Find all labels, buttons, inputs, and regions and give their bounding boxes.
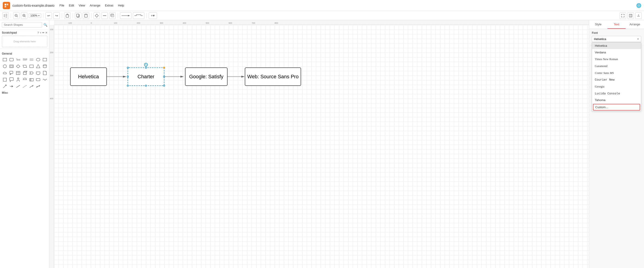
shape-half-circle[interactable] [22, 77, 28, 83]
font-option-courier[interactable]: Courier New [592, 76, 641, 83]
scratchpad-add-icon[interactable]: + [40, 31, 41, 34]
shape-inner-rect[interactable] [8, 63, 14, 69]
shape-person[interactable] [15, 77, 21, 83]
diagram-box-satisfy[interactable]: Google: Satisfy [185, 67, 228, 86]
tab-text[interactable]: Text [608, 20, 626, 29]
search-input[interactable] [2, 22, 42, 28]
shape-rect[interactable] [2, 57, 8, 63]
search-icon: 🔍 [44, 23, 47, 27]
handle-bl[interactable] [127, 85, 129, 87]
shape-doc[interactable] [42, 70, 48, 76]
font-dropdown-btn[interactable]: Helvetica ▼ [592, 36, 641, 42]
tab-arrange[interactable]: Arrange [626, 20, 644, 29]
shape-cylinder[interactable] [42, 63, 48, 69]
shape-ellipse[interactable] [35, 57, 41, 63]
handle-bc[interactable] [145, 85, 147, 87]
zoom-out-btn[interactable] [13, 13, 20, 19]
menu-file[interactable]: File [58, 3, 66, 8]
shape-cloud[interactable] [2, 70, 8, 76]
handle-rotate[interactable]: ↻ [144, 63, 148, 67]
handle-tc[interactable] [145, 67, 147, 69]
canvas-area[interactable]: -100 0 100 200 300 400 500 600 700 800 1… [50, 20, 589, 268]
shape-chevron[interactable] [28, 70, 34, 76]
scratchpad-help-icon[interactable]: ? [38, 31, 39, 34]
shape-heading[interactable]: Heading [22, 57, 28, 63]
scratchpad-section: Scratchpad ? + ✏ ✕ Drag elements here [0, 30, 49, 49]
menu-edit[interactable]: Edit [67, 3, 76, 8]
font-option-times[interactable]: Times New Roman [592, 56, 641, 63]
fullscreen-btn[interactable] [620, 13, 626, 19]
canvas-content[interactable]: Helvetica Charter ↻ [54, 25, 589, 268]
arrow-1-2 [107, 67, 128, 86]
font-option-comic[interactable]: Comic Sans MS [592, 70, 641, 76]
copy-btn[interactable] [75, 13, 81, 19]
shape-rect2[interactable] [42, 57, 48, 63]
shape-arrow-diag[interactable] [2, 83, 8, 89]
svg-line-73 [23, 85, 27, 87]
shape-speech[interactable] [8, 77, 14, 83]
diagram-box-helvetica[interactable]: Helvetica [70, 67, 107, 86]
shape-line1[interactable] [15, 83, 21, 89]
svg-point-63 [18, 78, 19, 79]
paste-btn[interactable] [83, 13, 89, 19]
menu-help[interactable]: Help [116, 3, 126, 8]
handle-ml[interactable] [127, 76, 129, 78]
shape-callout[interactable] [8, 70, 14, 76]
shape-rounded-rect[interactable] [8, 57, 14, 63]
shape-lines[interactable] [28, 57, 34, 63]
diagram-box-charter[interactable]: Charter ↻ [128, 67, 164, 86]
font-option-lucida[interactable]: Lucida Console [592, 90, 641, 97]
shape-diamond[interactable] [15, 63, 21, 69]
scratchpad-close-icon[interactable]: ✕ [45, 31, 47, 34]
shape-line4[interactable] [35, 83, 41, 89]
global-icon[interactable]: 🌐 [636, 3, 641, 8]
shape-square[interactable] [2, 77, 8, 83]
collapse-top-btn[interactable] [635, 13, 642, 19]
menu-view[interactable]: View [77, 3, 87, 8]
font-option-helvetica[interactable]: Helvetica [592, 42, 641, 49]
font-option-tahoma[interactable]: Tahoma [592, 97, 641, 103]
add-shape-btn[interactable]: +▾ [149, 13, 157, 19]
shape-text[interactable]: Text [15, 57, 21, 63]
handle-tl[interactable] [127, 67, 129, 69]
stroke-color-btn[interactable] [101, 13, 108, 19]
svg-rect-62 [3, 78, 6, 81]
shape-inner-rect2[interactable] [28, 77, 34, 83]
font-option-georgia[interactable]: Georgia [592, 83, 641, 90]
shape-line3[interactable] [28, 83, 34, 89]
diagram-box-source-sans[interactable]: Web: Source Sans Pro [245, 67, 301, 86]
font-section: Font Helvetica ▼ Helvetica Verdana Times… [589, 29, 644, 45]
shape-arrow-right[interactable] [8, 83, 14, 89]
shape-circle[interactable] [2, 63, 8, 69]
menu-bar: File Edit View Arrange Extras Help [58, 3, 126, 8]
menu-extras[interactable]: Extras [103, 3, 115, 8]
svg-marker-44 [23, 65, 27, 67]
undo-btn[interactable]: ↩ [46, 13, 52, 19]
shadow-btn[interactable] [109, 13, 116, 19]
zoom-level[interactable]: 100% ▾ [29, 13, 41, 18]
main-area: 🔍 Scratchpad ? + ✏ ✕ Drag elements here … [0, 20, 644, 268]
zoom-in-btn[interactable] [21, 13, 27, 19]
shape-table[interactable] [15, 70, 21, 76]
shape-triangle[interactable] [35, 63, 41, 69]
collapse-panel-btn[interactable] [628, 13, 634, 19]
tab-style[interactable]: Style [589, 20, 608, 29]
shape-cube[interactable] [22, 70, 28, 76]
shape-line2[interactable] [22, 83, 28, 89]
waypoint-style-btn[interactable] [133, 13, 144, 19]
redo-btn[interactable]: ↪ [53, 13, 60, 19]
font-option-garamond[interactable]: Garamond [592, 63, 641, 70]
fill-color-btn[interactable] [94, 13, 100, 19]
font-option-verdana[interactable]: Verdana [592, 49, 641, 56]
shape-rect3[interactable] [28, 63, 34, 69]
sidebar-toggle-btn[interactable] [2, 13, 9, 19]
shape-rounded2[interactable] [35, 77, 41, 83]
scratchpad-edit-icon[interactable]: ✏ [42, 31, 44, 34]
shape-parallelogram[interactable] [22, 63, 28, 69]
menu-arrange[interactable]: Arrange [88, 3, 102, 8]
font-option-custom[interactable]: Custom... [593, 104, 640, 110]
shape-wave[interactable] [42, 77, 48, 83]
shape-banner[interactable] [35, 70, 41, 76]
delete-btn[interactable] [64, 13, 70, 19]
connection-style-btn[interactable] [120, 13, 132, 19]
